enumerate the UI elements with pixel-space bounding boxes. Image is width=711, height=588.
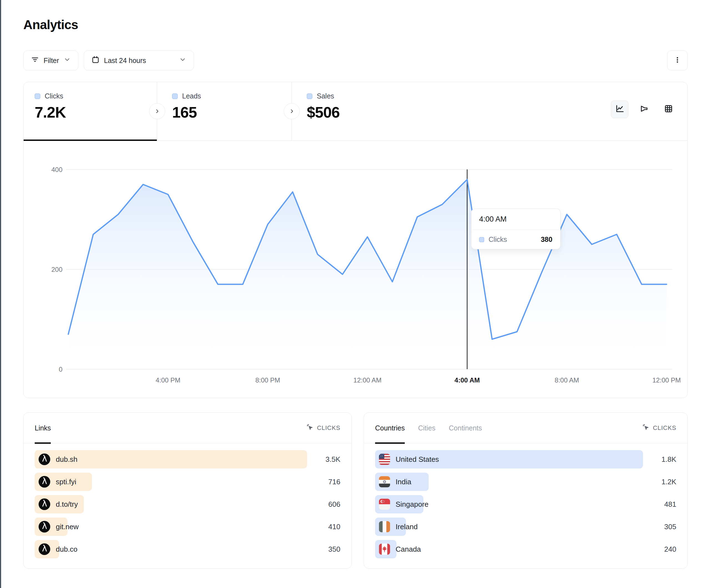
chart-tooltip: 4:00 AM Clicks 380 [471,208,561,249]
row-content: India [375,473,411,491]
bar-track: dub.sh [35,450,307,469]
list-item[interactable]: dub.co350 [35,540,340,558]
list-item[interactable]: git.new410 [35,518,340,536]
links-panel-header: Links CLICKS [24,413,351,444]
list-item[interactable]: United States1.8K [375,450,676,469]
row-value: 240 [643,545,676,553]
table-view-button[interactable] [660,100,677,118]
tab-sales[interactable]: Sales $506 [292,82,687,140]
x-axis-tick: 4:00 AM [454,376,480,384]
sales-legend-square [307,93,312,99]
clicks-chart[interactable]: 02004004:00 PM8:00 PM12:00 AM4:00 AM8:00… [24,141,687,398]
calendar-icon [91,55,100,65]
list-item[interactable]: Ireland305 [375,518,676,536]
filter-icon [31,55,39,65]
tab-links-label: Links [35,424,51,432]
row-name: India [395,478,411,486]
bar-track: Canada [375,540,643,558]
flag-icon-us [379,454,390,465]
links-metric-label: CLICKS [317,424,340,432]
row-value: 3.5K [307,455,340,464]
links-metric-selector[interactable]: CLICKS [306,423,340,433]
bar-track: spti.fyi [35,473,307,491]
x-axis-tick: 12:00 PM [652,376,681,384]
list-item[interactable]: d.to/try606 [35,495,340,513]
links-rows: dub.sh3.5Kspti.fyi716d.to/try606git.new4… [24,444,351,558]
countries-rows: United States1.8KIndia1.2KSingapore481Ir… [364,444,687,558]
leads-legend-square [172,93,178,99]
page-title: Analytics [23,17,78,32]
cursor-click-icon [642,423,650,433]
stat-next-button-2[interactable] [284,103,300,119]
tab-continents[interactable]: Continents [449,413,482,443]
table-grid-icon [664,104,673,115]
x-axis-tick: 12:00 AM [353,376,382,384]
chart-view-switch [611,100,677,118]
y-axis-tick: 200 [51,266,62,273]
list-item[interactable]: spti.fyi716 [35,473,340,491]
list-item[interactable]: India1.2K [375,473,676,491]
left-edge-strip [0,0,1,588]
links-panel: Links CLICKS dub.sh3.5Kspti.fyi716d.to/t… [23,412,352,569]
tab-countries[interactable]: Countries [375,413,405,443]
bar-track: d.to/try [35,495,307,513]
clicks-legend-square [35,93,40,99]
stat-tabs: Clicks 7.2K Leads 165 Sales $506 [24,82,687,141]
tab-countries-label: Countries [375,424,405,432]
chart-canvas: 02004004:00 PM8:00 PM12:00 AM4:00 AM8:00… [24,141,687,398]
row-value: 481 [643,500,676,509]
flag-icon-sg [379,499,390,510]
clicks-label: Clicks [45,92,63,100]
date-range-label: Last 24 hours [104,56,146,65]
cursor-click-icon [306,423,314,433]
filter-button[interactable]: Filter [23,50,78,70]
flag-icon-ie [379,521,390,532]
tab-clicks[interactable]: Clicks 7.2K [24,82,157,140]
tab-links[interactable]: Links [35,413,51,443]
row-content: d.to/try [35,495,78,513]
list-item[interactable]: Singapore481 [375,495,676,513]
countries-panel-header: Countries Cities Continents CLICKS [364,413,687,444]
x-axis-tick: 8:00 PM [255,376,280,384]
countries-metric-label: CLICKS [653,424,676,432]
row-content: dub.co [35,540,78,558]
bar-track: Ireland [375,518,643,536]
row-content: Singapore [375,495,429,513]
row-content: Ireland [375,518,418,536]
sales-label: Sales [317,92,334,100]
row-value: 350 [307,545,340,553]
line-chart-view-button[interactable] [611,100,628,118]
sales-value: $506 [307,104,340,121]
list-item[interactable]: Canada240 [375,540,676,558]
tooltip-value: 380 [541,235,553,244]
row-name: dub.sh [56,455,78,464]
tooltip-legend-square [479,237,484,242]
bar-track: Singapore [375,495,643,513]
tab-leads[interactable]: Leads 165 [157,82,292,140]
more-options-button[interactable] [667,50,688,70]
row-name: dub.co [56,545,78,553]
dub-logo-icon [39,453,50,465]
bar-track: dub.co [35,540,307,558]
row-name: d.to/try [56,500,78,509]
date-range-button[interactable]: Last 24 hours [84,50,194,70]
x-axis-tick: 4:00 PM [155,376,180,384]
dub-logo-icon [39,498,50,510]
toolbar: Filter Last 24 hours [23,50,688,70]
bar-track: git.new [35,518,307,536]
tooltip-series-label: Clicks [489,235,507,244]
row-name: Ireland [395,523,418,531]
clicks-value: 7.2K [35,104,157,121]
list-item[interactable]: dub.sh3.5K [35,450,340,469]
countries-panel: Countries Cities Continents CLICKS Unite… [364,412,688,569]
dub-logo-icon [39,476,50,488]
tab-continents-label: Continents [449,424,482,432]
stat-next-button-1[interactable] [149,103,165,119]
countries-metric-selector[interactable]: CLICKS [642,423,676,433]
row-value: 716 [307,478,340,486]
funnel-view-button[interactable] [635,100,653,118]
row-value: 1.2K [643,478,676,486]
tab-cities[interactable]: Cities [418,413,436,443]
chevron-down-icon [64,56,71,65]
flag-icon-ca [379,544,390,555]
